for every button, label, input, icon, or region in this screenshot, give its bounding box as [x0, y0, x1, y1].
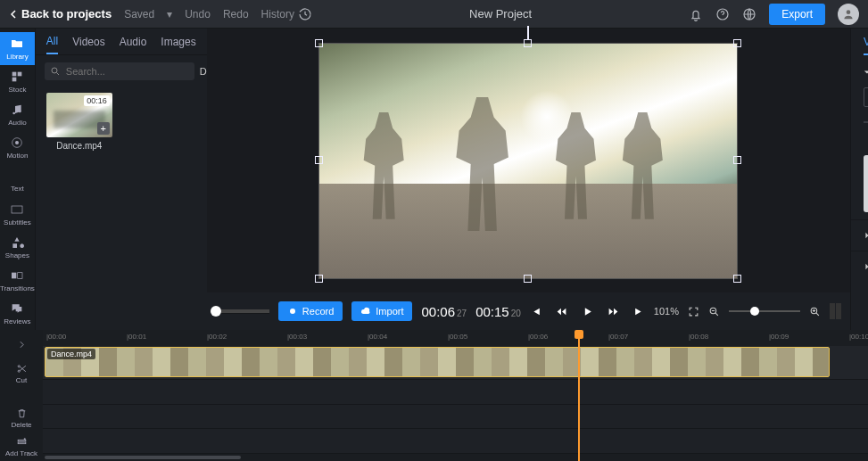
tab-images[interactable]: Images: [161, 30, 195, 54]
history-label: History: [261, 8, 294, 21]
tab-audio[interactable]: Audio: [120, 30, 147, 54]
current-time: 00:0627: [421, 304, 467, 319]
undo-button[interactable]: Undo: [185, 8, 211, 21]
add-track-label: Add Track: [5, 449, 37, 457]
resize-handle-tr[interactable]: [733, 39, 741, 47]
resize-handle-lc[interactable]: [315, 156, 323, 164]
record-button[interactable]: Record: [278, 301, 343, 321]
help-icon[interactable]: [715, 7, 730, 21]
cloud-icon: [360, 306, 371, 317]
scrollbar-thumb[interactable]: [45, 456, 241, 459]
cut-button[interactable]: Cut: [0, 358, 43, 387]
motion-icon: [10, 136, 24, 150]
timeline-scrollbar[interactable]: [43, 454, 868, 461]
perspective-toggle[interactable]: Perspective: [851, 251, 868, 282]
redo-button[interactable]: Redo: [223, 8, 249, 21]
text-icon: [10, 169, 24, 183]
add-track-button[interactable]: Add Track: [0, 432, 43, 461]
sidebar-item-audio[interactable]: Audio: [0, 98, 35, 131]
chevron-right-icon: [16, 339, 28, 350]
transport-bar: Record Import 00:0627 00:1520 101%: [207, 292, 850, 330]
sidebar-label: Reviews: [4, 317, 30, 325]
resize-handle-bc[interactable]: [524, 275, 532, 283]
speed-slider[interactable]: 1x: [864, 121, 868, 123]
globe-icon[interactable]: [742, 7, 756, 21]
resize-handle-tc[interactable]: [524, 39, 532, 47]
back-label: Back to projects: [21, 7, 112, 21]
history-icon: [298, 7, 312, 21]
timeline-expand-button[interactable]: [0, 330, 43, 358]
record-label: Record: [302, 306, 334, 317]
trash-icon: [16, 407, 28, 419]
svg-rect-19: [18, 440, 26, 441]
sidebar-item-reviews[interactable]: Reviews: [0, 297, 35, 330]
ruler-tick: |00:10: [849, 333, 868, 341]
empty-track-1[interactable]: [43, 380, 868, 405]
forward-icon[interactable]: [608, 306, 619, 317]
bell-icon[interactable]: [689, 7, 703, 21]
timeline-divider: [0, 388, 43, 404]
speed-0-5x[interactable]: 0.5x: [864, 87, 868, 107]
sidebar-item-subtitles[interactable]: Subtitles: [0, 198, 35, 231]
search-box[interactable]: [45, 62, 194, 80]
skip-end-icon[interactable]: [633, 306, 645, 317]
sidebar-label: Subtitles: [4, 218, 31, 226]
sidebar-label: Library: [6, 53, 28, 61]
timeline-clip-label: Dance.mp4: [47, 349, 95, 359]
export-button[interactable]: Export: [769, 4, 825, 25]
avatar[interactable]: [838, 4, 859, 25]
sidebar-item-shapes[interactable]: Shapes: [0, 231, 35, 264]
timeline-clip[interactable]: Dance.mp4: [45, 347, 830, 377]
history-button[interactable]: History: [261, 7, 312, 21]
timeline-ruler[interactable]: |00:00 |00:01 |00:02 |00:03 |00:04 |00:0…: [43, 330, 868, 346]
zoom-out-icon[interactable]: [708, 306, 720, 317]
empty-track-2[interactable]: [43, 405, 868, 430]
media-panel: All Videos Audio Images Date ▾ 00:16 + D…: [36, 29, 207, 330]
zoom-level[interactable]: 101%: [654, 306, 679, 317]
sidebar-item-transitions[interactable]: Transitions: [0, 264, 35, 297]
skip-start-icon[interactable]: [530, 306, 541, 317]
zoom-slider[interactable]: [729, 310, 800, 312]
sidebar-item-stock[interactable]: Stock: [0, 65, 35, 98]
saved-dropdown-icon[interactable]: ▾: [167, 8, 172, 21]
scissors-icon: [16, 363, 28, 375]
ruler-tick: |00:00: [46, 333, 66, 341]
resize-handle-bl[interactable]: [315, 275, 323, 283]
playback-controls: [530, 306, 645, 317]
media-tabs: All Videos Audio Images: [36, 29, 207, 55]
playhead[interactable]: [578, 330, 580, 461]
sidebar-label: Motion: [6, 152, 28, 160]
split-view-button[interactable]: [830, 303, 841, 319]
resize-handle-tl[interactable]: [315, 39, 323, 47]
back-to-projects-button[interactable]: Back to projects: [9, 7, 112, 21]
loop-video-toggle[interactable]: Loop Video: [851, 219, 868, 251]
import-button[interactable]: Import: [351, 301, 412, 321]
tab-all[interactable]: All: [46, 29, 58, 54]
media-clip[interactable]: 00:16 + Dance.mp4: [46, 93, 112, 151]
video-track[interactable]: Dance.mp4: [43, 346, 868, 380]
tab-video[interactable]: Video: [864, 36, 868, 55]
tab-videos[interactable]: Videos: [72, 30, 104, 54]
video-speed-toggle[interactable]: Video Speed: [864, 66, 868, 78]
delete-button[interactable]: Delete: [0, 403, 43, 432]
sidebar-item-motion[interactable]: Motion: [0, 131, 35, 164]
play-icon[interactable]: [582, 306, 593, 317]
fullscreen-icon[interactable]: [688, 306, 699, 317]
sidebar-item-library[interactable]: Library: [0, 32, 35, 65]
add-clip-button[interactable]: +: [97, 122, 110, 135]
resize-handle-rc[interactable]: [733, 156, 741, 164]
zoom-in-icon[interactable]: [809, 306, 821, 317]
project-title[interactable]: New Project: [325, 7, 676, 21]
zoom-knob[interactable]: [750, 307, 759, 316]
in-out-slider[interactable]: [216, 306, 269, 317]
rewind-icon[interactable]: [556, 306, 567, 317]
sidebar-item-text[interactable]: Text: [0, 164, 35, 197]
timeline-body[interactable]: |00:00 |00:01 |00:02 |00:03 |00:04 |00:0…: [43, 330, 868, 461]
search-input[interactable]: [66, 66, 189, 77]
user-icon: [842, 8, 855, 21]
video-canvas[interactable]: [318, 43, 738, 279]
resize-handle-br[interactable]: [733, 275, 741, 283]
rotate-handle[interactable]: [527, 26, 529, 39]
saved-status: Saved: [124, 8, 154, 21]
empty-track-3[interactable]: [43, 429, 868, 454]
